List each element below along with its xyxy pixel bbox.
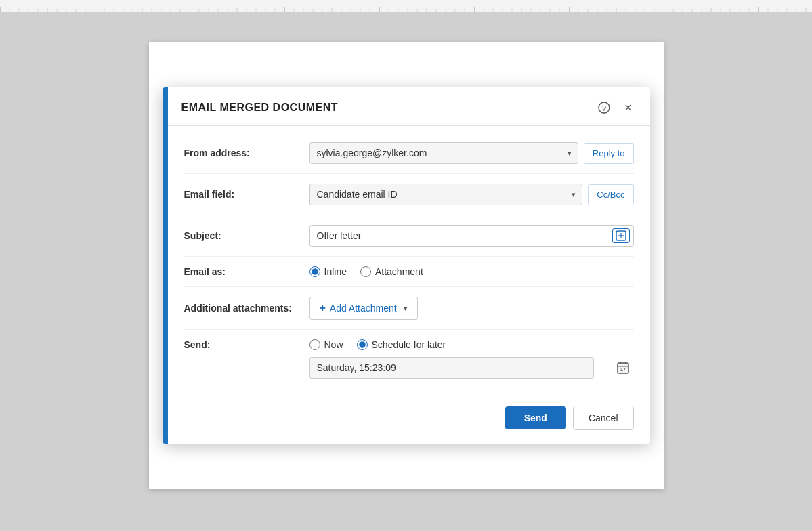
from-address-select-wrapper: sylvia.george@zylker.com ▾ bbox=[309, 142, 578, 164]
email-as-inline-radio[interactable] bbox=[309, 266, 320, 277]
from-address-label: From address: bbox=[184, 148, 309, 158]
subject-input[interactable] bbox=[309, 225, 634, 247]
plus-icon: + bbox=[320, 302, 326, 314]
dialog-accent-bar bbox=[163, 87, 168, 444]
dialog-header: EMAIL MERGED DOCUMENT ? × bbox=[168, 87, 650, 126]
email-field-controls: Candidate email ID ▾ Cc/Bcc bbox=[309, 184, 634, 205]
email-field-select-wrapper: Candidate email ID ▾ bbox=[309, 184, 583, 205]
add-attachment-chevron-icon: ▾ bbox=[404, 304, 408, 313]
additional-attachments-row: Additional attachments: + Add Attachment… bbox=[184, 287, 634, 330]
page-area: EMAIL MERGED DOCUMENT ? × bbox=[0, 0, 812, 531]
additional-attachments-label: Additional attachments: bbox=[184, 303, 309, 314]
send-label: Send: bbox=[184, 339, 309, 350]
subject-row: Subject: bbox=[184, 215, 634, 257]
datetime-input[interactable] bbox=[309, 357, 594, 379]
svg-rect-11 bbox=[0, 0, 812, 12]
send-radio-group: Now Schedule for later bbox=[309, 339, 634, 350]
send-now-option[interactable]: Now bbox=[309, 339, 343, 350]
cancel-button[interactable]: Cancel bbox=[573, 406, 634, 430]
send-button[interactable]: Send bbox=[505, 406, 566, 429]
email-as-row: Email as: Inline Attachment bbox=[184, 257, 634, 287]
email-as-attachment-radio[interactable] bbox=[360, 266, 371, 277]
send-now-radio[interactable] bbox=[309, 339, 320, 350]
email-as-controls: Inline Attachment bbox=[309, 266, 634, 277]
dialog-content: EMAIL MERGED DOCUMENT ? × bbox=[168, 87, 650, 444]
from-address-row: From address: sylvia.george@zylker.com ▾… bbox=[184, 133, 634, 174]
send-controls: Now Schedule for later bbox=[309, 339, 634, 379]
email-field-label: Email field: bbox=[184, 189, 309, 200]
calendar-button[interactable]: 17 bbox=[616, 361, 630, 375]
send-schedule-option[interactable]: Schedule for later bbox=[357, 339, 446, 350]
email-as-inline-label: Inline bbox=[324, 266, 347, 277]
subject-input-wrapper bbox=[309, 225, 634, 247]
email-as-attachment-option[interactable]: Attachment bbox=[360, 266, 423, 277]
subject-merge-field-button[interactable] bbox=[612, 228, 630, 243]
from-address-controls: sylvia.george@zylker.com ▾ Reply to bbox=[309, 142, 634, 164]
send-row: Send: Now Schedule for later bbox=[184, 330, 634, 383]
email-field-select[interactable]: Candidate email ID bbox=[309, 184, 583, 205]
svg-text:17: 17 bbox=[620, 367, 626, 372]
email-merged-document-dialog: EMAIL MERGED DOCUMENT ? × bbox=[163, 87, 650, 444]
subject-controls bbox=[309, 225, 634, 247]
close-icon: × bbox=[624, 102, 632, 114]
email-field-row: Email field: Candidate email ID ▾ Cc/Bcc bbox=[184, 174, 634, 215]
send-schedule-radio[interactable] bbox=[357, 339, 368, 350]
email-as-attachment-label: Attachment bbox=[375, 266, 423, 277]
ruler bbox=[0, 0, 812, 12]
dialog-body: From address: sylvia.george@zylker.com ▾… bbox=[168, 126, 650, 396]
send-now-label: Now bbox=[324, 339, 343, 350]
header-icons: ? × bbox=[596, 100, 637, 116]
subject-label: Subject: bbox=[184, 230, 309, 241]
additional-attachments-controls: + Add Attachment ▾ bbox=[309, 297, 634, 320]
help-button[interactable]: ? bbox=[596, 100, 612, 116]
cc-bcc-button[interactable]: Cc/Bcc bbox=[588, 184, 633, 205]
svg-text:?: ? bbox=[601, 104, 605, 112]
close-button[interactable]: × bbox=[620, 100, 637, 116]
email-as-label: Email as: bbox=[184, 266, 309, 277]
dialog-overlay: EMAIL MERGED DOCUMENT ? × bbox=[163, 87, 650, 444]
reply-to-button[interactable]: Reply to bbox=[584, 143, 634, 164]
email-as-radio-group: Inline Attachment bbox=[309, 266, 423, 277]
add-attachment-label: Add Attachment bbox=[330, 303, 397, 314]
email-as-inline-option[interactable]: Inline bbox=[309, 266, 347, 277]
add-attachment-button[interactable]: + Add Attachment ▾ bbox=[309, 297, 418, 320]
dialog-footer: Send Cancel bbox=[168, 396, 650, 444]
dialog-title: EMAIL MERGED DOCUMENT bbox=[181, 102, 339, 114]
from-address-select[interactable]: sylvia.george@zylker.com bbox=[309, 142, 578, 164]
datetime-input-wrapper: 17 bbox=[309, 357, 634, 379]
send-schedule-label: Schedule for later bbox=[372, 339, 446, 350]
